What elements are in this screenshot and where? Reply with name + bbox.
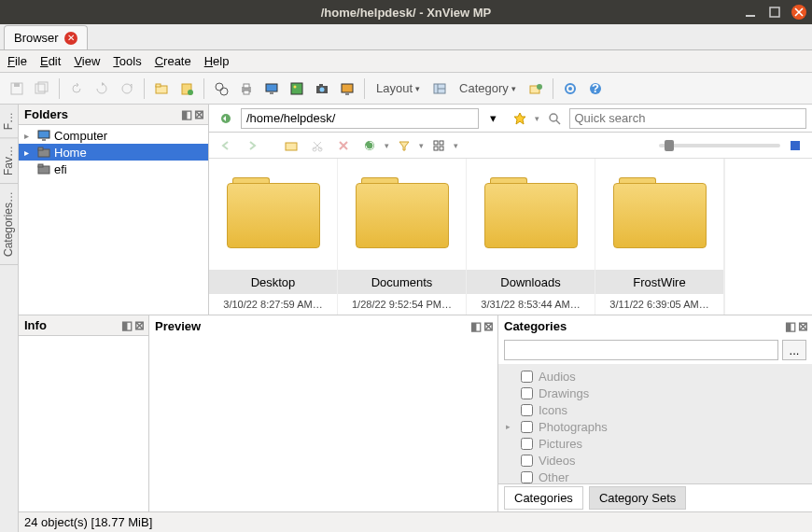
close-tab-icon[interactable]: ✕ [64,32,77,45]
reload-icon[interactable] [116,77,138,100]
thumb-label: Downloads [467,270,595,294]
print-icon[interactable] [235,77,258,100]
open-file-icon[interactable] [150,77,173,100]
maximize-button[interactable] [767,5,782,20]
thumb-date: 3/10/22 8:27:59 AM… [209,294,337,315]
zoom-slider[interactable] [659,134,806,157]
thumb-date: 3/11/22 6:39:05 AM… [595,294,723,315]
tab-browser[interactable]: Browser ✕ [4,25,88,49]
category-filter-input[interactable] [504,340,778,360]
category-item[interactable]: Drawings [506,385,805,401]
refresh-icon[interactable] [91,77,113,100]
close-pane-icon[interactable]: ⊠ [134,318,145,332]
tree-node-home[interactable]: ▸ Home [19,144,208,161]
sidetab-f[interactable]: F… [0,105,18,138]
svg-rect-3 [14,83,20,87]
sidetab-fav[interactable]: Fav… [0,138,18,184]
undock-icon[interactable]: ◧ [121,318,133,332]
path-input[interactable] [241,108,479,129]
category-item[interactable]: Pictures [506,435,805,452]
close-pane-icon[interactable]: ⊠ [194,107,204,121]
category-more-button[interactable]: ... [782,340,806,360]
search-icon[interactable] [543,107,566,130]
undock-icon[interactable]: ◧ [470,319,482,333]
categories-header: Categories ◧⊠ [498,315,812,336]
image-icon[interactable] [286,77,308,100]
svg-rect-46 [434,147,438,150]
fullscreen-icon[interactable] [784,134,806,157]
tab-categories[interactable]: Categories [504,486,583,510]
category-item[interactable]: Videos [506,452,805,469]
thumb-item[interactable]: FrostWire 3/11/22 6:39:05 AM… [595,159,724,315]
preview-pane: Preview ◧⊠ [149,315,498,511]
help-icon[interactable]: ? [584,77,607,100]
back-icon[interactable] [215,134,237,157]
close-pane-icon[interactable]: ⊠ [483,319,494,333]
minimize-button[interactable] [743,5,758,20]
layout-dropdown[interactable]: Layout ▾ [371,81,426,95]
svg-point-12 [220,88,228,95]
category-list[interactable]: Audios Drawings Icons ▸Photographs Pictu… [498,364,812,483]
clipboard-icon[interactable] [175,77,198,100]
thumb-item[interactable]: Desktop 3/10/22 8:27:59 AM… [209,159,338,315]
tree-node-computer[interactable]: ▸ Computer [19,127,208,144]
undo-icon[interactable] [65,77,88,100]
undock-icon[interactable]: ◧ [785,319,796,333]
svg-rect-40 [286,143,297,150]
thumbnail-grid[interactable]: Desktop 3/10/22 8:27:59 AM… Documents 1/… [209,159,812,315]
cut-icon[interactable] [306,134,329,157]
thumb-item[interactable]: Downloads 3/31/22 8:53:44 AM… [467,159,595,315]
monitor-icon[interactable] [260,77,283,100]
slideshow-icon[interactable] [336,77,358,100]
delete-icon[interactable] [332,134,355,157]
svg-rect-48 [791,141,800,150]
filter-icon[interactable] [393,134,415,157]
tab-category-sets[interactable]: Category Sets [589,486,686,510]
zoom-thumb[interactable] [665,140,674,151]
menu-create[interactable]: Create [155,54,191,68]
svg-point-39 [550,114,557,121]
save-all-icon[interactable] [31,77,53,100]
refresh-icon[interactable] [358,134,381,157]
settings-icon[interactable] [559,77,581,100]
category-item[interactable]: Audios [506,368,805,385]
tree-node-efi[interactable]: efi [19,161,208,177]
preview-header: Preview ◧⊠ [149,315,497,336]
menu-tools[interactable]: Tools [113,54,141,68]
category-item[interactable]: Other [506,469,805,483]
menu-view[interactable]: View [74,54,100,68]
category-item[interactable]: Icons [506,401,805,418]
monitor-icon [37,130,50,141]
open-folder-icon[interactable] [280,134,302,157]
layout-preset-icon[interactable] [428,77,451,100]
expand-icon[interactable]: ▸ [24,147,34,158]
view-mode-icon[interactable] [427,134,450,157]
status-bar: 24 object(s) [18.77 MiB] [19,511,812,532]
category-dropdown[interactable]: Category ▾ [454,81,522,95]
path-dropdown-icon[interactable]: ▾ [483,107,505,130]
svg-rect-35 [38,147,43,150]
status-text: 24 object(s) [18.77 MiB] [24,515,152,529]
expand-icon[interactable]: ▸ [24,131,34,141]
camera-icon[interactable] [311,77,333,100]
category-item[interactable]: ▸Photographs [506,418,805,435]
folder-tree[interactable]: ▸ Computer ▸ Home efi [19,125,208,315]
search-icon[interactable] [210,77,232,100]
svg-rect-44 [434,141,438,145]
svg-rect-32 [38,131,49,138]
sidetab-categories[interactable]: Categories… [0,184,18,265]
search-input[interactable] [569,108,807,129]
thumb-item[interactable]: Documents 1/28/22 9:52:54 PM… [338,159,467,315]
close-pane-icon[interactable]: ⊠ [798,319,808,333]
menu-file[interactable]: File [7,54,27,68]
save-icon[interactable] [6,77,28,100]
sync-tree-icon[interactable] [215,107,237,130]
menu-help[interactable]: Help [204,54,230,68]
tag-folder-icon[interactable] [525,77,547,100]
favorite-icon[interactable] [509,107,531,130]
menu-edit[interactable]: Edit [40,54,61,68]
thumb-date: 3/31/22 8:53:44 AM… [467,294,595,315]
close-button[interactable] [791,5,806,20]
undock-icon[interactable]: ◧ [181,107,192,121]
forward-icon[interactable] [241,134,263,157]
